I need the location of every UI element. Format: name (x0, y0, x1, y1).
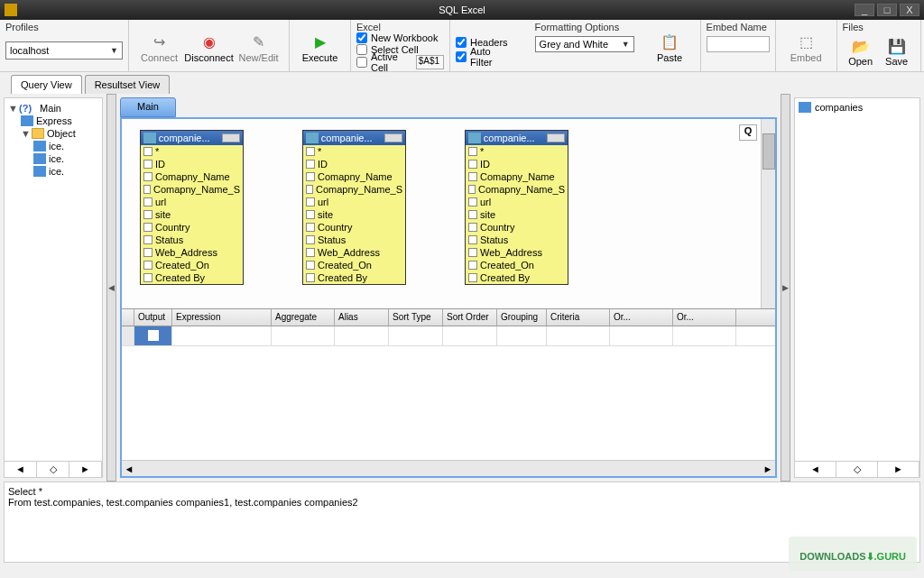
window-title: SQL Excel (439, 5, 485, 15)
output-cell[interactable] (134, 326, 172, 345)
rp-nav-left[interactable]: ◄ (795, 462, 836, 477)
column-row[interactable]: Web_Address (141, 246, 243, 259)
col-criteria[interactable]: Criteria (547, 309, 610, 326)
tree-main[interactable]: ▼(?) Main (8, 102, 98, 115)
column-row[interactable]: Comapny_Name (141, 170, 243, 183)
active-cell-checkbox[interactable]: Active Cell $A$1 (356, 55, 444, 69)
column-row[interactable]: * (141, 145, 243, 158)
column-row[interactable]: Web_Address (466, 246, 568, 259)
table-window-1[interactable]: companie... *IDComapny_NameComapny_Name_… (140, 130, 244, 285)
tree-nav-mid[interactable]: ◇ (37, 462, 69, 477)
column-row[interactable]: site (303, 208, 405, 221)
table-window-2[interactable]: companie... *IDComapny_NameComapny_Name_… (302, 130, 406, 285)
column-row[interactable]: ID (141, 158, 243, 170)
designer-hscroll[interactable]: ◄ ► (122, 460, 775, 476)
column-row[interactable]: ID (466, 158, 568, 170)
tree-express[interactable]: Express (8, 115, 98, 127)
tree-nav-right[interactable]: ► (69, 462, 102, 477)
execute-button[interactable]: ▶Execute (295, 29, 345, 63)
query-icon-button[interactable]: Q (739, 124, 757, 141)
embed-button[interactable]: ⬚Embed (781, 29, 831, 63)
col-grouping[interactable]: Grouping (497, 309, 547, 326)
newedit-button[interactable]: ✎New/Edit (234, 29, 283, 63)
column-row[interactable]: Country (466, 221, 568, 234)
column-row[interactable]: Created By (141, 271, 243, 284)
formatting-label: Formatting Options (535, 22, 620, 32)
column-row[interactable]: Comapny_Name_S (466, 183, 568, 196)
open-button[interactable]: 📂Open (843, 32, 879, 67)
col-output[interactable]: Output (134, 309, 172, 326)
query-designer: Q companie... *IDComapny_NameComapny_Nam… (120, 117, 777, 478)
column-row[interactable]: url (303, 196, 405, 208)
column-row[interactable]: Status (303, 234, 405, 246)
column-row[interactable]: Status (466, 234, 568, 246)
column-row[interactable]: * (303, 145, 405, 158)
paste-button[interactable]: 📋Paste (645, 29, 695, 63)
new-workbook-checkbox[interactable]: New Workbook (356, 32, 444, 44)
profiles-label: Profiles (5, 22, 123, 32)
available-table-item[interactable]: companies (795, 98, 919, 116)
rp-nav-right[interactable]: ► (878, 462, 919, 477)
column-row[interactable]: Country (141, 221, 243, 234)
col-or2[interactable]: Or... (673, 309, 736, 326)
column-row[interactable]: Comapny_Name_S (303, 183, 405, 196)
col-expression[interactable]: Expression (172, 309, 272, 326)
col-sorttype[interactable]: Sort Type (389, 309, 443, 326)
chevron-down-icon: ▼ (110, 46, 118, 55)
tab-resultset-view[interactable]: Resultset View (85, 75, 171, 94)
titlebar: SQL Excel _ □ X (0, 0, 924, 20)
tables-canvas[interactable]: Q companie... *IDComapny_NameComapny_Nam… (122, 119, 775, 308)
col-alias[interactable]: Alias (335, 309, 389, 326)
table-window-3[interactable]: companie... *IDComapny_NameComapny_Name_… (465, 130, 568, 285)
minimize-button[interactable]: _ (855, 4, 874, 16)
rp-nav-mid[interactable]: ◇ (836, 462, 878, 477)
disconnect-button[interactable]: ◉Disconnect (184, 29, 234, 63)
col-or1[interactable]: Or... (610, 309, 673, 326)
column-row[interactable]: Created_On (141, 259, 243, 271)
column-row[interactable]: Created By (466, 271, 568, 284)
connect-button[interactable]: ↪Connect (134, 29, 184, 63)
cell-ref-field[interactable]: $A$1 (416, 55, 444, 69)
tablewin-minimize-icon[interactable] (222, 133, 240, 142)
tree-ice1[interactable]: ice. (8, 140, 98, 152)
column-row[interactable]: Comapny_Name_S (141, 183, 243, 196)
tablewin-minimize-icon[interactable] (547, 133, 565, 142)
column-row[interactable]: Comapny_Name (466, 170, 568, 183)
column-row[interactable]: Comapny_Name (303, 170, 405, 183)
tree-ice2[interactable]: ice. (8, 152, 98, 165)
tree-nav-left[interactable]: ◄ (5, 462, 37, 477)
close-window-button[interactable]: X (900, 4, 919, 16)
splitter-right[interactable]: ▶ (781, 94, 790, 482)
tablewin-minimize-icon[interactable] (384, 133, 402, 142)
column-row[interactable]: url (466, 196, 568, 208)
column-row[interactable]: Web_Address (303, 246, 405, 259)
column-row[interactable]: url (141, 196, 243, 208)
column-row[interactable]: * (466, 145, 568, 158)
autofilter-checkbox[interactable]: Auto Filter (456, 50, 508, 64)
chevron-down-icon: ▼ (622, 40, 630, 49)
column-row[interactable]: Country (303, 221, 405, 234)
tab-query-view[interactable]: Query View (11, 75, 82, 94)
col-sortorder[interactable]: Sort Order (443, 309, 497, 326)
tree-ice3[interactable]: ice. (8, 165, 98, 178)
criteria-grid-row[interactable] (122, 326, 775, 346)
tree-object[interactable]: ▼Object (8, 127, 98, 140)
sql-line1: Select * (8, 486, 916, 497)
formatting-combo[interactable]: Grey and White▼ (535, 36, 634, 52)
column-row[interactable]: Created By (303, 271, 405, 284)
column-row[interactable]: ID (303, 158, 405, 170)
profiles-combo[interactable]: localhost ▼ (5, 41, 123, 60)
sql-text-area[interactable]: Select * From test.companies, test.compa… (4, 482, 920, 563)
column-row[interactable]: Status (141, 234, 243, 246)
column-row[interactable]: site (141, 208, 243, 221)
column-row[interactable]: Created_On (466, 259, 568, 271)
designer-tab-main[interactable]: Main (120, 97, 176, 117)
splitter-left[interactable]: ◀ (106, 94, 116, 482)
col-aggregate[interactable]: Aggregate (272, 309, 335, 326)
column-row[interactable]: site (466, 208, 568, 221)
maximize-button[interactable]: □ (877, 4, 897, 16)
canvas-scrollbar[interactable] (761, 119, 775, 308)
column-row[interactable]: Created_On (303, 259, 405, 271)
save-button[interactable]: 💾Save (879, 32, 915, 67)
embedname-field[interactable] (707, 36, 770, 52)
